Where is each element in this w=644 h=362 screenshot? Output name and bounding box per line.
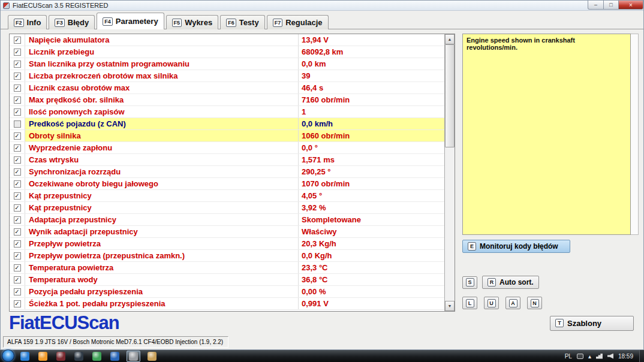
parameter-checkbox-checked[interactable]: ✓ (14, 85, 21, 92)
parameter-checkbox-checked[interactable]: ✓ (14, 96, 21, 104)
key-button-a[interactable]: A (505, 297, 520, 309)
parameter-row[interactable]: ✓Oczekiwane obroty biegu jałowego1070 ob… (10, 178, 444, 190)
parameter-checkbox-checked[interactable]: ✓ (14, 240, 21, 248)
clock[interactable]: 18:59 (618, 353, 633, 360)
parameter-row[interactable]: ✓Licznik przebiegu68092,8 km (10, 46, 444, 58)
tab-f5[interactable]: F5Wykres (166, 15, 219, 29)
parameter-checkbox-checked[interactable]: ✓ (14, 252, 21, 260)
file-manager-taskbar-button[interactable] (146, 351, 158, 361)
parameter-name[interactable]: Liczba przekroczeń obrotów max silnika (25, 70, 299, 82)
parameter-row[interactable]: ✓Kąt przepustnicy4,05 ° (10, 190, 444, 202)
parameter-name[interactable]: Temperatura powietrza (25, 262, 299, 273)
scrollbar-thumb[interactable] (445, 44, 455, 147)
parameter-name[interactable]: Stan licznika przy ostatnim programowani… (25, 58, 299, 70)
parameter-name[interactable]: Adaptacja przepustnicy (25, 214, 299, 225)
parameter-name[interactable]: Ilość ponownych zapisów (25, 106, 299, 117)
media-player-taskbar-button[interactable] (73, 351, 85, 361)
parameter-name[interactable]: Obroty silnika (25, 130, 299, 141)
parameter-name[interactable]: Max prędkość obr. silnika (25, 94, 299, 105)
parameter-checkbox-checked[interactable]: ✓ (14, 73, 21, 80)
parameter-name[interactable]: Napięcie akumulatora (25, 34, 299, 46)
parameter-row[interactable]: ✓Ścieżka 1 pot. pedału przyspieszenia0,9… (10, 298, 444, 310)
key-button-s[interactable]: S (462, 276, 477, 289)
parameter-row[interactable]: ✓Temperatura wody36,8 °C (10, 274, 444, 286)
close-button[interactable]: × (618, 1, 643, 10)
tab-f4[interactable]: F4Parametery (97, 13, 164, 29)
parameter-name[interactable]: Licznik czasu obrotów max (25, 82, 299, 93)
parameter-row[interactable]: ✓Obroty silnika1060 obr/min (10, 130, 444, 142)
fiatecuscan-taskbar-button[interactable] (127, 351, 140, 362)
tab-f7[interactable]: F7Regulacje (267, 15, 329, 29)
parameter-checkbox-checked[interactable]: ✓ (14, 49, 21, 56)
parameter-name[interactable]: Pozycja pedału przyspieszenia (25, 286, 299, 297)
tab-f2[interactable]: F2Info (8, 15, 47, 29)
parameter-name[interactable]: Przepływ powietrza (przepustnica zamkn.) (25, 250, 299, 261)
info-panel-scrollbar[interactable] (631, 34, 639, 235)
parameter-checkbox-checked[interactable]: ✓ (14, 168, 21, 176)
parameter-name[interactable]: Wynik adaptacji przepustnicy (25, 226, 299, 237)
parameter-checkbox-checked[interactable]: ✓ (14, 132, 21, 140)
parameter-row[interactable]: Predkość pojazdu (z CAN)0,0 km/h (10, 118, 444, 130)
opera-taskbar-button[interactable] (55, 351, 67, 361)
show-desktop-button[interactable] (639, 350, 644, 362)
scrollbar-track[interactable] (445, 44, 455, 301)
parameter-row[interactable]: ✓Stan licznika przy ostatnim programowan… (10, 58, 444, 70)
chrome-taskbar-button[interactable] (91, 351, 103, 361)
maximize-button[interactable]: □ (603, 1, 619, 10)
tab-f6[interactable]: F6Testy (220, 15, 265, 29)
parameter-checkbox-checked[interactable]: ✓ (14, 192, 21, 200)
parameter-row[interactable]: ✓Liczba przekroczeń obrotów max silnika3… (10, 70, 444, 82)
parameter-checkbox-checked[interactable]: ✓ (14, 276, 21, 283)
parameter-name[interactable]: Licznik przebiegu (25, 46, 299, 58)
parameter-name[interactable]: Przepływ powietrza (25, 238, 299, 249)
minimize-button[interactable]: – (588, 1, 604, 10)
language-indicator[interactable]: PL (565, 353, 572, 360)
key-button-l[interactable]: L (462, 297, 477, 309)
parameter-name[interactable]: Temperatura wody (25, 274, 299, 285)
parameter-name[interactable]: Predkość pojazdu (z CAN) (25, 118, 299, 129)
start-button[interactable] (2, 349, 14, 362)
parameter-row[interactable]: ✓Max prędkość obr. silnika7160 obr/min (10, 94, 444, 106)
parameter-row[interactable]: ✓Napięcie akumulatora13,94 V (10, 34, 444, 46)
key-button-u[interactable]: U (484, 297, 499, 309)
parameter-name[interactable]: Wyprzedzenie zapłonu (25, 142, 299, 153)
parameter-checkbox-checked[interactable]: ✓ (14, 180, 21, 188)
scrollbar-up-button[interactable]: ▲ (445, 34, 455, 44)
parameter-row[interactable]: ✓Kąt przepustnicy3,92 % (10, 202, 444, 214)
parameter-row[interactable]: ✓Licznik czasu obrotów max46,4 s (10, 82, 444, 94)
parameter-checkbox-checked[interactable]: ✓ (14, 108, 21, 116)
parameter-row[interactable]: ✓Adaptacja przepustnicySkompletowane (10, 214, 444, 226)
volume-icon[interactable] (607, 354, 613, 359)
parameter-checkbox-checked[interactable]: ✓ (14, 300, 21, 307)
parameter-checkbox-checked[interactable]: ✓ (14, 204, 21, 212)
settings-gear-taskbar-button[interactable] (37, 351, 49, 361)
parameter-row[interactable]: ✓Przepływ powietrza20,3 Kg/h (10, 238, 444, 250)
parameter-row[interactable]: ✓Synchronizacja rozrządu290,25 ° (10, 166, 444, 178)
parameter-row[interactable]: ✓Czas wtrysku1,571 ms (10, 154, 444, 166)
input-indicator-icon[interactable] (577, 354, 583, 359)
parameter-row[interactable]: ✓Temperatura powietrza23,3 °C (10, 262, 444, 274)
parameter-checkbox-checked[interactable]: ✓ (14, 144, 21, 152)
parameter-row[interactable]: ✓Przepływ powietrza (przepustnica zamkn.… (10, 250, 444, 262)
parameter-name[interactable]: Oczekiwane obroty biegu jałowego (25, 178, 299, 189)
parameter-row[interactable]: ✓Ilość ponownych zapisów1 (10, 106, 444, 118)
parameter-checkbox-checked[interactable]: ✓ (14, 61, 21, 68)
tray-expand-icon[interactable]: ▴ (588, 353, 591, 360)
parameter-name[interactable]: Czas wtrysku (25, 154, 299, 165)
parameter-name[interactable]: Kąt przepustnicy (25, 190, 299, 201)
parameter-name[interactable]: Synchronizacja rozrządu (25, 166, 299, 177)
parameter-name[interactable]: Kąt przepustnicy (25, 202, 299, 213)
parameter-checkbox-unchecked[interactable] (14, 120, 21, 128)
key-button-n[interactable]: N (527, 297, 542, 309)
parameter-checkbox-checked[interactable]: ✓ (14, 288, 21, 295)
parameter-row[interactable]: ✓Pozycja pedału przyspieszenia0,00 % (10, 286, 444, 298)
parameter-checkbox-checked[interactable]: ✓ (14, 216, 21, 224)
network-icon[interactable] (596, 354, 603, 359)
parameter-checkbox-checked[interactable]: ✓ (14, 37, 21, 44)
parameter-row[interactable]: ✓Wyprzedzenie zapłonu0,0 ° (10, 142, 444, 154)
table-scrollbar[interactable]: ▲ ▼ (444, 34, 455, 311)
parameter-checkbox-checked[interactable]: ✓ (14, 228, 21, 236)
auto-sort-button[interactable]: R Auto sort. (482, 276, 539, 289)
templates-button[interactable]: T Szablony (550, 316, 634, 331)
firefox-taskbar-button[interactable] (109, 351, 121, 361)
